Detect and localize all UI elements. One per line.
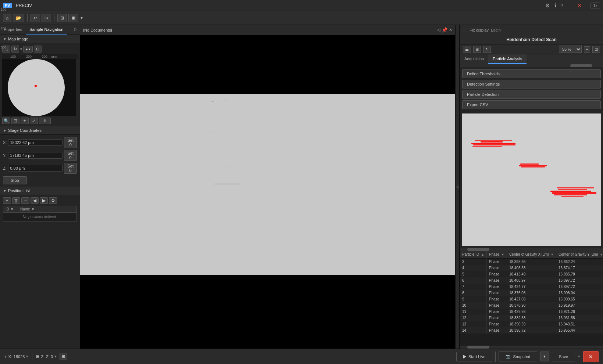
zoom-dropdown-btn[interactable]: ▾ xyxy=(584,46,590,53)
map-zoom-fit-btn[interactable]: ⊡ xyxy=(11,118,19,124)
frame-btn[interactable]: ⊞ xyxy=(60,353,67,360)
table-row[interactable]: 13 Phase 18,390.59 16,943.51 85 43.23 50… xyxy=(460,321,603,327)
map-layers-btn[interactable]: ⊟ xyxy=(34,46,42,53)
zoom-level-select[interactable]: 25 % 50 % 55 % 75 % 100 % xyxy=(559,46,582,53)
cell-particle-id: 5 xyxy=(460,271,486,277)
col-id-sort: ▼ xyxy=(10,207,14,211)
monitor-button[interactable]: ▣ xyxy=(68,14,78,22)
pos-settings-btn[interactable]: ⚙ xyxy=(49,197,57,204)
center-tab-close[interactable]: ✕ xyxy=(449,28,452,32)
z-input[interactable] xyxy=(8,165,63,172)
save-button[interactable]: Save xyxy=(552,352,575,361)
bottom-scroll-bar[interactable] xyxy=(460,346,603,349)
detection-image-area[interactable] xyxy=(462,113,601,246)
table-row[interactable]: 14 Phase 18,396.72 16,955.44 76 58.05 50… xyxy=(460,327,603,334)
tab-acquisition[interactable]: Acquisition xyxy=(460,54,488,64)
y-input[interactable] xyxy=(8,152,63,159)
cell-cog-x: 18,398.65 xyxy=(507,258,556,265)
open-button[interactable]: 📂 xyxy=(13,14,24,22)
y-coord-dropdown[interactable]: ▾ xyxy=(26,354,28,359)
pos-goto-btn[interactable]: → xyxy=(21,197,29,204)
map-display-btn[interactable]: ● ▾ xyxy=(23,46,33,53)
col-particle-id[interactable]: Particle ID ▲ xyxy=(460,251,486,258)
stage-coordinates-section-header[interactable]: ▼ Stage Coordinates xyxy=(0,126,80,135)
particle-detection-btn[interactable]: Particle Detection xyxy=(462,90,601,99)
minimize-icon[interactable]: — xyxy=(568,3,573,8)
col-cog-y[interactable]: Center of Gravity Y [µm] ▼ xyxy=(556,251,603,258)
map-toolbar: ⬚ ↻ ▾ ● ▾ ⊟ xyxy=(2,46,78,53)
stage-coord-title: Stage Coordinates xyxy=(8,128,42,133)
map-zoom-custom-btn[interactable]: ⤢ xyxy=(30,118,38,124)
view-mode-grid[interactable]: ⊞ xyxy=(473,46,481,53)
table-row[interactable]: 4 Phase 18,408.33 16,874.17 61 46.44 51.… xyxy=(460,265,603,271)
table-row[interactable]: 12 Phase 18,382.53 16,931.58 51 38.71 50… xyxy=(460,315,603,321)
frame-button[interactable]: ⊞ xyxy=(57,14,67,22)
pos-next-btn[interactable]: ▶ xyxy=(40,197,48,204)
view-mode-list[interactable]: ☰ xyxy=(463,46,471,53)
right-scroll-thumb[interactable] xyxy=(467,248,489,251)
stop-button[interactable]: Stop xyxy=(3,176,27,184)
table-row[interactable]: 3 Phase 18,398.65 16,862.24 71 36.14 51.… xyxy=(460,258,603,265)
map-zoom-in-btn[interactable]: + xyxy=(21,118,29,124)
right-scroll-bar[interactable] xyxy=(460,248,603,251)
table-row[interactable]: 10 Phase 18,378.98 16,919.97 42 31.61 51… xyxy=(460,302,603,309)
map-info-btn[interactable]: ℹ xyxy=(39,118,51,124)
x-set-btn[interactable]: Set 0 xyxy=(64,137,77,148)
save-dropdown[interactable]: ▾ xyxy=(578,354,580,359)
undo-button[interactable]: ↩ xyxy=(31,14,40,22)
tab-particle-analysis[interactable]: Particle Analysis xyxy=(488,54,527,64)
detection-scroll-thumb[interactable] xyxy=(570,64,592,67)
pos-delete-btn[interactable]: 🗑 xyxy=(12,197,20,204)
center-tab-expand[interactable]: ◁ xyxy=(437,28,440,32)
table-row[interactable]: 5 Phase 18,413.49 16,885.78 56 42.57 51.… xyxy=(460,271,603,277)
export-csv-btn[interactable]: Export CSV xyxy=(462,100,601,109)
view-refresh[interactable]: ↻ xyxy=(483,46,491,53)
snapshot-button[interactable]: 📷 Snapshot xyxy=(499,352,537,361)
map-rotate-dropdown[interactable]: ▾ xyxy=(20,47,22,51)
define-thresholds-btn[interactable]: Define Thresholds _ xyxy=(462,69,601,78)
image-mid-gray[interactable] xyxy=(80,94,455,275)
tab-sample-navigation[interactable]: Sample Navigation xyxy=(26,25,67,35)
close-bottom-button[interactable]: ✕ xyxy=(583,351,599,362)
y-set-btn[interactable]: Set 0 xyxy=(64,150,77,161)
table-container[interactable]: Particle ID ▲ Phase ▼ Center of Gravity … xyxy=(460,251,603,346)
table-row[interactable]: 11 Phase 18,429.93 16,921.26 13 9.70 52.… xyxy=(460,309,603,315)
col-cog-x[interactable]: Center of Gravity X [µm] ▼ xyxy=(507,251,556,258)
pos-add-btn[interactable]: + xyxy=(3,197,11,204)
table-row[interactable]: 9 Phase 18,427.03 16,909.65 21 15.49 52.… xyxy=(460,296,603,302)
snapshot-dropdown-btn[interactable]: ▾ xyxy=(540,352,549,361)
cell-cog-x: 18,427.03 xyxy=(507,296,556,302)
monitor-dropdown[interactable]: ▾ xyxy=(81,15,83,21)
map-zoom-out-btn[interactable]: 🔍 xyxy=(2,118,10,124)
pos-prev-btn[interactable]: ◀ xyxy=(31,197,39,204)
position-list-section-header[interactable]: ▼ Position List xyxy=(0,187,80,195)
redo-button[interactable]: ↪ xyxy=(42,14,51,22)
login-btn[interactable]: Login xyxy=(491,28,501,32)
cell-cog-x: 18,408.33 xyxy=(507,265,556,271)
map-rotate-btn[interactable]: ↻ xyxy=(11,46,19,53)
table-row[interactable]: 8 Phase 18,376.08 16,908.04 46 23.26 52.… xyxy=(460,290,603,296)
col-phase[interactable]: Phase ▼ xyxy=(486,251,507,258)
detection-scroll-top[interactable] xyxy=(460,64,603,67)
detection-header-title-bar: Heidenhain Detect Scan xyxy=(460,35,603,44)
settings-icon[interactable]: ⚙ xyxy=(545,3,550,8)
map-image-section-header[interactable]: ▼ Map Image xyxy=(0,35,80,43)
fix-display-checkbox[interactable] xyxy=(463,28,467,32)
table-row[interactable]: 6 Phase 18,408.97 16,897.72 14 6.58 52.4… xyxy=(460,277,603,284)
bottom-scroll-thumb[interactable] xyxy=(467,346,489,349)
info-icon[interactable]: ℹ xyxy=(554,3,556,8)
z-set-btn[interactable]: Set 0 xyxy=(64,163,77,174)
help-icon[interactable]: ? xyxy=(561,3,564,8)
detection-settings-btn[interactable]: Detection Settings _ xyxy=(462,80,601,89)
start-live-button[interactable]: Start Live xyxy=(456,352,492,361)
center-tab-pin[interactable]: 📌 xyxy=(442,27,447,33)
x-input[interactable] xyxy=(8,139,63,146)
toolbar-separator-2 xyxy=(54,14,54,22)
z-coord-dropdown[interactable]: ▾ xyxy=(54,354,57,359)
map-container[interactable] xyxy=(2,59,76,116)
left-panel-expand[interactable]: ▷ xyxy=(72,25,80,35)
close-icon[interactable]: ✕ xyxy=(577,3,582,8)
table-row[interactable]: 7 Phase 18,424.77 16,897.72 40 20.04 51.… xyxy=(460,284,603,290)
zoom-fit-btn[interactable]: ⊡ xyxy=(592,46,600,53)
collapse-handle[interactable]: ◁ xyxy=(455,25,460,349)
